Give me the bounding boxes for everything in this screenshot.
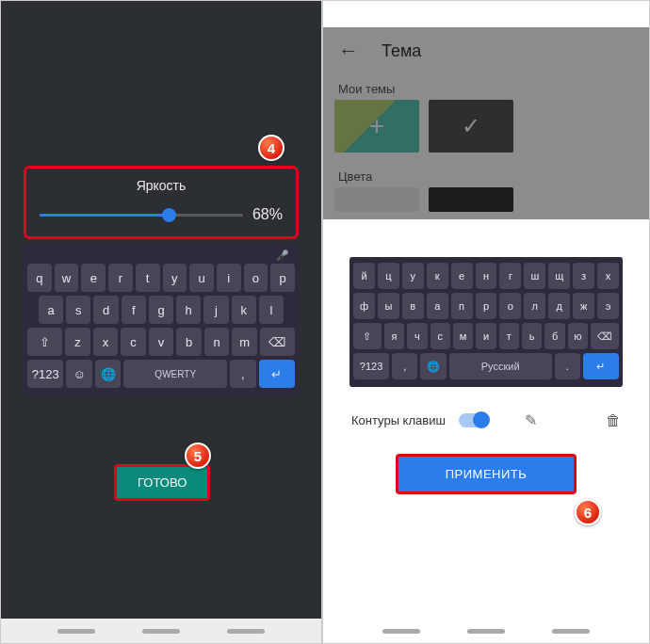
apply-button[interactable]: ПРИМЕНИТЬ bbox=[396, 454, 577, 494]
key[interactable]: е bbox=[451, 263, 473, 289]
key[interactable]: ⌫ bbox=[591, 323, 619, 349]
key[interactable]: g bbox=[149, 296, 173, 324]
key[interactable]: щ bbox=[548, 263, 570, 289]
key[interactable]: л bbox=[524, 293, 545, 319]
edit-icon[interactable]: ✎ bbox=[525, 411, 537, 429]
nav-recent[interactable] bbox=[227, 629, 265, 634]
key-globe[interactable]: 🌐 bbox=[95, 360, 121, 388]
key-emoji[interactable]: ☺ bbox=[66, 360, 91, 388]
key[interactable]: r bbox=[108, 264, 133, 292]
brightness-value: 68% bbox=[252, 206, 283, 223]
slider-fill bbox=[40, 214, 166, 217]
key[interactable]: р bbox=[476, 293, 497, 319]
key[interactable]: o bbox=[244, 264, 268, 292]
key-globe[interactable]: 🌐 bbox=[420, 353, 446, 379]
mic-icon: 🎤 bbox=[27, 250, 295, 264]
nav-back[interactable] bbox=[57, 629, 95, 634]
key[interactable]: u bbox=[189, 264, 214, 292]
key[interactable]: и bbox=[476, 323, 496, 349]
key-space[interactable]: QWERTY bbox=[123, 360, 227, 388]
key[interactable]: ш bbox=[524, 263, 545, 289]
key[interactable]: в bbox=[402, 293, 424, 319]
key[interactable]: н bbox=[476, 263, 497, 289]
key[interactable]: s bbox=[66, 296, 90, 324]
nav-home[interactable] bbox=[467, 629, 505, 634]
key-space[interactable]: Русский bbox=[449, 353, 552, 379]
key[interactable]: x bbox=[93, 328, 119, 356]
key[interactable]: з bbox=[573, 263, 594, 289]
key[interactable]: n bbox=[204, 328, 230, 356]
key[interactable]: м bbox=[453, 323, 473, 349]
key[interactable]: ц bbox=[378, 263, 399, 289]
key-enter[interactable]: ↵ bbox=[259, 360, 295, 388]
nav-bar bbox=[1, 619, 321, 643]
key[interactable]: e bbox=[81, 264, 106, 292]
key[interactable]: a bbox=[39, 296, 63, 324]
key[interactable]: г bbox=[499, 263, 521, 289]
key-dot[interactable]: . bbox=[555, 353, 580, 379]
key[interactable]: v bbox=[149, 328, 174, 356]
key[interactable]: э bbox=[597, 293, 619, 319]
key[interactable]: ж bbox=[573, 293, 594, 319]
key[interactable]: ⇧ bbox=[27, 328, 62, 356]
key-enter[interactable]: ↵ bbox=[583, 353, 619, 379]
key[interactable]: у bbox=[402, 263, 424, 289]
key[interactable]: о bbox=[499, 293, 521, 319]
nav-home[interactable] bbox=[142, 629, 180, 634]
key-comma[interactable]: , bbox=[230, 360, 255, 388]
dim-overlay bbox=[323, 27, 649, 219]
key[interactable]: я bbox=[384, 323, 404, 349]
key[interactable]: ⌫ bbox=[260, 328, 295, 356]
key[interactable]: l bbox=[259, 296, 284, 324]
callout-badge-5: 5 bbox=[185, 443, 211, 469]
key[interactable]: y bbox=[163, 264, 187, 292]
key[interactable]: п bbox=[451, 293, 473, 319]
keyboard-preview-right: йцукенгшщзх фывапролджэ ⇧ячсмитьбю⌫ ?123… bbox=[349, 257, 623, 387]
key[interactable]: к bbox=[427, 263, 448, 289]
status-bar bbox=[1, 1, 321, 27]
nav-recent[interactable] bbox=[552, 629, 590, 634]
key[interactable]: т bbox=[499, 323, 519, 349]
key[interactable]: c bbox=[121, 328, 146, 356]
brightness-slider[interactable]: 68% bbox=[40, 206, 283, 223]
key[interactable]: ч bbox=[407, 323, 427, 349]
key[interactable]: ь bbox=[522, 323, 542, 349]
theme-preview-sheet: йцукенгшщзх фывапролджэ ⇧ячсмитьбю⌫ ?123… bbox=[323, 248, 649, 643]
key[interactable]: k bbox=[232, 296, 256, 324]
key[interactable]: ы bbox=[378, 293, 399, 319]
key[interactable]: q bbox=[27, 264, 52, 292]
screen-theme: ← Тема Мои темы + ✓ Цвета йцукенгшщзх фы… bbox=[322, 0, 650, 644]
key[interactable]: z bbox=[65, 328, 90, 356]
done-button[interactable]: ГОТОВО bbox=[114, 464, 210, 501]
key[interactable]: х bbox=[597, 263, 619, 289]
slider-thumb[interactable] bbox=[162, 208, 176, 222]
key[interactable]: f bbox=[122, 296, 146, 324]
nav-back[interactable] bbox=[382, 629, 420, 634]
key-outlines-label: Контуры клавиш bbox=[351, 413, 446, 427]
key-outlines-toggle[interactable] bbox=[459, 413, 489, 427]
delete-icon[interactable]: 🗑 bbox=[606, 412, 621, 429]
slider-track[interactable] bbox=[40, 214, 243, 217]
key-comma[interactable]: , bbox=[392, 353, 417, 379]
keyboard-preview-left: 🎤 qwertyuiop asdfghjkl ⇧zxcvbnm⌫ ?123 ☺ … bbox=[24, 244, 299, 395]
key[interactable]: ю bbox=[568, 323, 588, 349]
key[interactable]: i bbox=[217, 264, 241, 292]
key[interactable]: p bbox=[270, 264, 295, 292]
key-numbers[interactable]: ?123 bbox=[353, 353, 389, 379]
key[interactable]: й bbox=[353, 263, 375, 289]
key[interactable]: а bbox=[427, 293, 448, 319]
callout-badge-6: 6 bbox=[575, 499, 601, 525]
key[interactable]: h bbox=[176, 296, 201, 324]
key[interactable]: ⇧ bbox=[353, 323, 382, 349]
key[interactable]: ф bbox=[353, 293, 375, 319]
key[interactable]: d bbox=[93, 296, 118, 324]
key[interactable]: с bbox=[431, 323, 450, 349]
key[interactable]: b bbox=[176, 328, 202, 356]
key-numbers[interactable]: ?123 bbox=[27, 360, 63, 388]
key[interactable]: j bbox=[203, 296, 228, 324]
key[interactable]: w bbox=[55, 264, 79, 292]
key[interactable]: t bbox=[136, 264, 160, 292]
key[interactable]: m bbox=[232, 328, 257, 356]
key[interactable]: д bbox=[548, 293, 570, 319]
key[interactable]: б bbox=[544, 323, 564, 349]
